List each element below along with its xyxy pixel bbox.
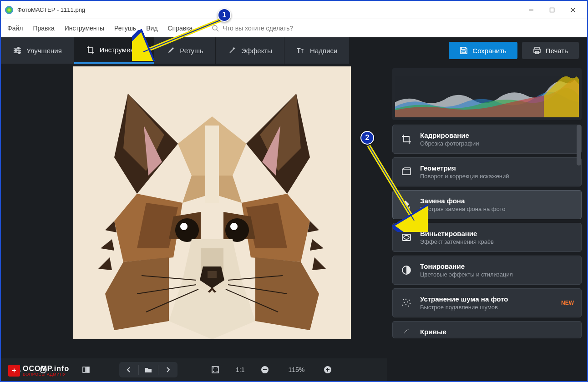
svg-point-73 [406, 299, 406, 300]
search-icon [212, 25, 219, 32]
tab-effects[interactable]: Эффекты [216, 37, 284, 64]
callout-1-label: 1 [218, 8, 231, 22]
svg-point-77 [410, 303, 411, 304]
tool-denoise-title: Устранение шума на фото [420, 295, 554, 303]
tab-enhance[interactable]: Улучшения [1, 37, 74, 64]
svg-point-72 [403, 299, 404, 300]
search-input[interactable] [223, 25, 323, 32]
svg-point-76 [407, 302, 408, 302]
nav-group [119, 362, 177, 377]
tool-toning-title: Тонирование [420, 262, 574, 270]
svg-rect-3 [550, 8, 554, 12]
app-icon [5, 5, 14, 15]
sliders-icon [13, 46, 22, 55]
maximize-button[interactable] [542, 3, 563, 17]
svg-text:T: T [301, 49, 304, 54]
scroll-thumb[interactable] [577, 125, 581, 166]
menu-retouch[interactable]: Ретушь [114, 25, 136, 32]
svg-point-78 [402, 305, 403, 306]
save-icon [460, 46, 468, 55]
compare-button[interactable] [76, 362, 96, 377]
search-wrap [212, 25, 323, 32]
tool-crop-sub: Обрезка фотографии [420, 140, 574, 147]
svg-point-38 [180, 223, 188, 230]
window-controls [521, 3, 583, 17]
svg-point-6 [213, 25, 217, 30]
menu-tools[interactable]: Инструменты [65, 25, 104, 32]
tab-tools[interactable]: Инструменты [74, 37, 155, 64]
next-image-button[interactable] [158, 362, 177, 377]
curves-icon [400, 325, 413, 338]
fit-screen-button[interactable] [206, 362, 225, 377]
svg-rect-11 [18, 47, 19, 49]
tab-text[interactable]: TT Надписи [284, 37, 350, 64]
tab-text-label: Надписи [310, 47, 337, 55]
svg-rect-68 [402, 169, 411, 175]
tool-vignette-title: Виньетирование [420, 230, 574, 237]
menu-file[interactable]: Файл [7, 25, 23, 32]
menu-help[interactable]: Справка [167, 25, 193, 32]
svg-rect-18 [534, 49, 540, 52]
menu-edit[interactable]: Правка [33, 25, 54, 32]
zoom-out-button[interactable] [255, 362, 274, 377]
save-button[interactable]: Сохранить [449, 42, 517, 59]
zoom-in-button[interactable] [318, 362, 337, 377]
svg-line-7 [217, 30, 218, 31]
menu-bar: Файл Правка Инструменты Ретушь Вид Справ… [1, 19, 587, 37]
tool-vignette[interactable]: Виньетирование Эффект затемнения краёв [392, 223, 582, 252]
tab-enhance-label: Улучшения [26, 47, 62, 55]
noise-icon [400, 297, 413, 309]
tab-retouch[interactable]: Ретушь [154, 37, 216, 64]
minimize-button[interactable] [521, 3, 542, 17]
tool-geometry[interactable]: Геометрия Поворот и коррекция искажений [392, 157, 582, 186]
bucket-icon [400, 198, 413, 211]
callout-2-label: 2 [360, 131, 374, 145]
svg-marker-29 [205, 126, 219, 203]
tab-tools-label: Инструменты [100, 46, 142, 54]
prev-image-button[interactable] [119, 362, 138, 377]
side-panel: Кадрирование Обрезка фотографии Геометри… [387, 64, 587, 381]
watermark-line2: ВОПРОСЫ АДМИНУ [23, 372, 69, 377]
print-label: Печать [546, 47, 568, 55]
tool-toning[interactable]: Тонирование Цветовые эффекты и стилизаци… [392, 256, 582, 285]
watermark-line1: OCOMP.info [23, 365, 69, 372]
tool-replace-bg-sub: Быстрая замена фона на фото [420, 206, 574, 212]
tool-denoise[interactable]: Устранение шума на фото Быстрое подавлен… [392, 288, 582, 317]
menu-view[interactable]: Вид [146, 25, 157, 32]
tool-curves[interactable]: Кривые [392, 321, 582, 338]
tool-curves-title: Кривые [420, 328, 574, 336]
print-button[interactable]: Печать [522, 42, 579, 59]
close-button[interactable] [563, 3, 583, 17]
tool-geometry-sub: Поворот и коррекция искажений [420, 173, 574, 180]
tool-geometry-title: Геометрия [420, 164, 574, 172]
tool-toning-sub: Цветовые эффекты и стилизация [420, 271, 574, 278]
open-folder-button[interactable] [139, 362, 158, 377]
tool-replace-bg[interactable]: Замена фона Быстрая замена фона на фото [392, 190, 582, 219]
svg-marker-43 [208, 271, 217, 278]
svg-point-75 [404, 302, 405, 303]
tool-list: Кадрирование Обрезка фотографии Геометри… [392, 125, 582, 377]
tool-crop[interactable]: Кадрирование Обрезка фотографии [392, 125, 582, 154]
svg-rect-60 [83, 367, 86, 372]
badge-new: NEW [561, 300, 574, 306]
crop-icon [400, 133, 413, 146]
svg-point-1 [5, 6, 13, 14]
text-icon: TT [296, 46, 305, 55]
toning-icon [400, 264, 413, 276]
tool-replace-bg-title: Замена фона [420, 197, 574, 205]
wand-icon [228, 46, 237, 55]
svg-point-36 [175, 218, 199, 242]
print-icon [533, 46, 541, 55]
zoom-value: 115% [282, 366, 311, 373]
svg-point-79 [406, 304, 406, 305]
crop-icon [86, 45, 95, 55]
actual-size-button[interactable]: 1:1 [232, 362, 248, 377]
plus-icon: + [8, 365, 20, 377]
sidebar-scrollbar[interactable] [576, 125, 582, 377]
window-title: ФотоМАСТЕР - 1111.png [17, 6, 521, 13]
brush-icon [166, 46, 175, 55]
canvas-viewport[interactable] [1, 64, 387, 358]
save-label: Сохранить [472, 47, 507, 55]
svg-point-80 [408, 306, 409, 307]
svg-point-37 [225, 218, 249, 242]
